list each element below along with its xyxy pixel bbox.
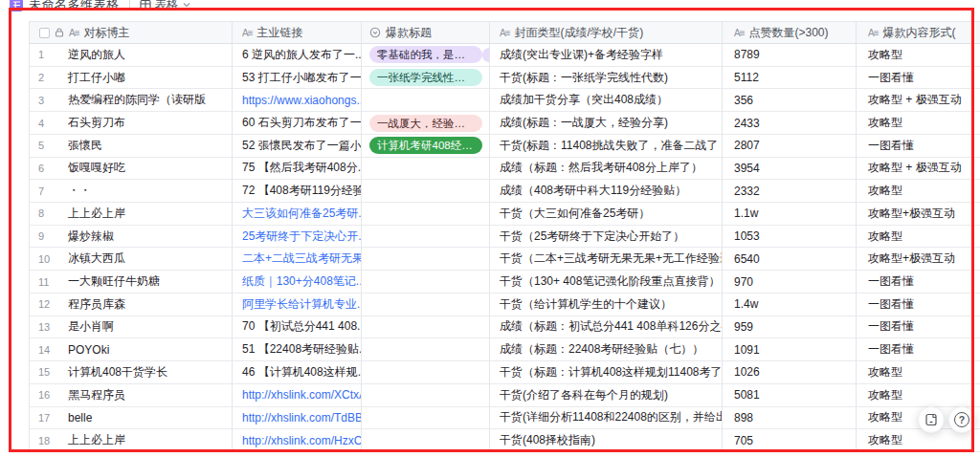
link-text[interactable]: http://xhslink.com/XCtxAA [242, 388, 362, 402]
viral-title-cell[interactable] [362, 271, 490, 294]
blogger-cell[interactable]: 16黑马程序员 [29, 384, 233, 407]
blogger-cell[interactable]: 6饭嘎嘎好吃 [29, 158, 233, 181]
blogger-cell[interactable]: 9爆炒辣椒 [29, 226, 233, 249]
content-format-cell[interactable]: 攻略型 + 极强互动 [857, 158, 980, 181]
content-format-cell[interactable]: 攻略型 + 极强互动 [857, 89, 980, 112]
cover-type-cell[interactable]: 成绩加干货分享（突出408成绩） [490, 89, 723, 112]
likes-cell[interactable]: 6540 [723, 248, 857, 271]
blogger-cell[interactable]: 3热爱编程的陈同学（读研版 [29, 89, 233, 112]
viral-title-cell[interactable] [362, 248, 490, 271]
cover-type-cell[interactable]: 干货(408择校指南) [490, 429, 723, 452]
blogger-cell[interactable]: 10冰镇大西瓜 [29, 248, 233, 271]
viral-title-cell[interactable] [362, 226, 490, 249]
cover-type-cell[interactable]: 干货（大三如何准备25考研） [490, 203, 723, 226]
content-format-cell[interactable]: 攻略型 [857, 44, 980, 67]
content-format-cell[interactable]: 攻略型+极强互动 [857, 203, 980, 226]
likes-cell[interactable]: 5081 [723, 384, 857, 407]
viral-title-cell[interactable] [362, 316, 490, 339]
main-link-cell[interactable]: 阿里学长给计算机专业... [233, 294, 362, 316]
likes-cell[interactable]: 5112 [723, 67, 857, 90]
main-link-cell[interactable]: 60 石头剪刀布发布了一... [233, 112, 362, 135]
viral-title-cell[interactable] [362, 203, 490, 226]
main-link-cell[interactable]: 大三该如何准备25考研... [233, 203, 362, 226]
viral-title-cell[interactable] [362, 407, 490, 430]
link-text[interactable]: https://www.xiaohongs... [242, 94, 362, 107]
cover-type-cell[interactable]: 成绩(标题：一战厦大，经验分享) [490, 112, 723, 135]
cover-type-cell[interactable]: 成绩（标题：初试总分441 408单科126分之408... [490, 316, 723, 339]
cover-type-cell[interactable]: 干货(标题：一张纸学完线性代数) [490, 67, 723, 90]
main-link-cell[interactable]: 二本+二战三战考研无果... [233, 248, 362, 271]
main-link-cell[interactable]: 25考研终于下定决心开... [233, 226, 362, 249]
content-format-cell[interactable]: 攻略型 [857, 361, 980, 384]
column-header-0[interactable]: A≡对标博主 [29, 22, 233, 44]
content-format-cell[interactable]: 攻略型 [857, 384, 980, 407]
main-link-cell[interactable]: 纸质｜130+分408笔记... [233, 271, 362, 294]
link-text[interactable]: http://xhslink.com/TdBB... [242, 411, 362, 424]
viral-title-cell[interactable]: 一战厦大，经验分享 [362, 112, 490, 135]
likes-cell[interactable]: 1.4w [723, 294, 857, 316]
cover-type-cell[interactable]: 成绩（标题：22408考研经验贴（七）） [490, 338, 723, 361]
content-format-cell[interactable]: 攻略型 [857, 112, 980, 135]
feedback-form-button[interactable] [918, 406, 945, 433]
likes-cell[interactable]: 970 [723, 271, 857, 294]
blogger-cell[interactable]: 7・・ [29, 180, 233, 203]
cover-type-cell[interactable]: 干货（130+ 408笔记强化阶段重点直接背） [490, 271, 723, 294]
likes-cell[interactable]: 3954 [723, 158, 857, 181]
viral-title-cell[interactable]: 计算机考研408经验贴 [362, 135, 490, 158]
content-format-cell[interactable]: 一图看懂 [857, 271, 980, 294]
link-text[interactable]: 阿里学长给计算机专业... [242, 296, 362, 313]
content-format-cell[interactable]: 一图看懂 [857, 67, 980, 90]
blogger-cell[interactable]: 8上上必上岸 [29, 203, 233, 226]
column-header-5[interactable]: A≡爆款内容形式( [857, 22, 980, 44]
content-format-cell[interactable]: 一图看懂 [857, 135, 980, 158]
link-text[interactable]: http://xhslink.com/HzxC... [242, 434, 362, 447]
viral-title-cell[interactable]: 一张纸学完线性代数 [362, 67, 490, 90]
likes-cell[interactable]: 356 [723, 89, 857, 112]
likes-cell[interactable]: 2332 [723, 180, 857, 203]
viral-title-tag[interactable]: 计算机考研408经验贴 [369, 137, 482, 154]
viral-title-cell[interactable] [362, 429, 490, 452]
column-header-2[interactable]: 爆款标题 [362, 22, 490, 44]
cover-type-cell[interactable]: 干货（标题：计算机408这样规划11408考了409） [490, 361, 723, 384]
viral-title-tag[interactable]: 零基础的我，是这样... [369, 46, 482, 63]
cover-type-cell[interactable]: 干货(详细分析11408和22408的区别，并给出建议) [490, 407, 723, 430]
likes-cell[interactable]: 8789 [723, 44, 857, 67]
cover-type-cell[interactable]: 干货（25考研终于下定决心开始了） [490, 226, 723, 249]
column-header-3[interactable]: A≡封面类型(成绩/学校/干货) [490, 22, 723, 44]
cover-type-cell[interactable]: 成绩（标题：然后我考研408分上岸了） [490, 158, 723, 181]
viral-title-cell[interactable] [362, 361, 490, 384]
select-all-checkbox[interactable] [39, 28, 50, 38]
main-link-cell[interactable]: 53 打工仔小嘟发布了一... [233, 67, 362, 90]
document-title[interactable]: 未命名多维表格 [29, 0, 120, 13]
column-header-1[interactable]: A≡主业链接 [233, 22, 362, 44]
column-header-4[interactable]: A≡点赞数量(>300) [723, 22, 857, 44]
likes-cell[interactable]: 2807 [723, 135, 857, 158]
blogger-cell[interactable]: 11一大颗旺仔牛奶糖 [29, 271, 233, 294]
main-link-cell[interactable]: 6 逆风的旅人发布了一... [233, 44, 362, 67]
blogger-cell[interactable]: 18上上必上岸 [29, 429, 233, 452]
cover-type-cell[interactable]: 干货（二本+三战考研无果无果+无工作经验进） [490, 248, 723, 271]
help-button[interactable]: ? [948, 406, 975, 433]
viral-title-cell[interactable] [362, 294, 490, 316]
blogger-cell[interactable]: 17belle [29, 407, 233, 430]
link-text[interactable]: 大三该如何准备25考研... [242, 206, 362, 222]
blogger-cell[interactable]: 5張懷民 [29, 135, 233, 158]
content-format-cell[interactable]: 攻略型 [857, 180, 980, 203]
viral-title-tag[interactable]: 一张纸学完线性代数 [369, 69, 482, 86]
main-link-cell[interactable]: http://xhslink.com/XCtxAA [233, 384, 362, 407]
link-text[interactable]: 二本+二战三战考研无果... [242, 250, 362, 267]
cover-type-cell[interactable]: 成绩(突出专业课)+备考经验字样 [490, 44, 723, 67]
main-link-cell[interactable]: http://xhslink.com/HzxC... [233, 429, 362, 452]
main-link-cell[interactable]: https://www.xiaohongs... [233, 89, 362, 112]
blogger-cell[interactable]: 2打工仔小嘟 [29, 67, 233, 90]
likes-cell[interactable]: 705 [723, 429, 857, 452]
viral-title-cell[interactable] [362, 384, 490, 407]
likes-cell[interactable]: 898 [723, 407, 857, 430]
cover-type-cell[interactable]: 干货(介绍了各科在每个月的规划) [490, 384, 723, 407]
viral-title-cell[interactable]: 零基础的我，是这样... [362, 44, 490, 67]
main-link-cell[interactable]: http://xhslink.com/TdBB... [233, 407, 362, 430]
main-link-cell[interactable]: 72 【408考研119分经验... [233, 180, 362, 203]
viral-title-cell[interactable] [362, 158, 490, 181]
likes-cell[interactable]: 1.1w [723, 203, 857, 226]
likes-cell[interactable]: 1053 [723, 226, 857, 249]
